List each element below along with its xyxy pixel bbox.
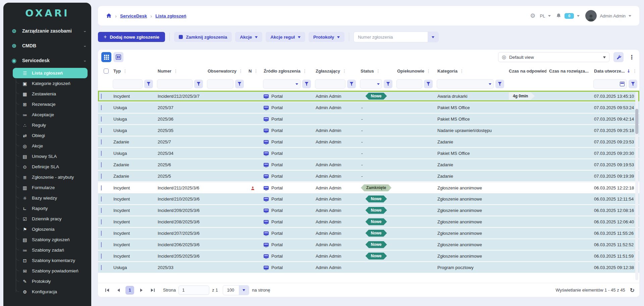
- column-menu-kebab-icon[interactable]: ⋮: [342, 69, 346, 74]
- language-selector[interactable]: PL: [540, 13, 545, 18]
- sidebar-item-definicje-sla[interactable]: ⊙Definicje SLA: [16, 162, 87, 172]
- sidebar-item-regu-y[interactable]: ∴Reguły: [16, 120, 87, 130]
- row-checkbox[interactable]: [101, 208, 102, 213]
- vertical-scrollbar-thumb[interactable]: [635, 109, 638, 134]
- sidebar-item-umowy-sla[interactable]: ▤Umowy SLA: [16, 151, 87, 162]
- ticket-row[interactable]: Zadanie2025/7PortalAdmin Admin-Zadanie07…: [98, 136, 639, 148]
- column-header-zg-aszaj-cy[interactable]: Zgłaszający⋮: [313, 69, 358, 74]
- row-checkbox[interactable]: [101, 219, 102, 224]
- sidebar-item-obiegi[interactable]: ⇄Obiegi: [16, 130, 87, 141]
- breadcrumb-servicedesk[interactable]: ServiceDesk: [120, 13, 147, 18]
- sidebar-item-akceptacje[interactable]: ≔Akceptacje: [16, 110, 87, 120]
- ticket-row[interactable]: IncydentIncident/212/2025/3/7PortalAdmin…: [98, 91, 639, 102]
- protocols-dropdown[interactable]: Protokoły: [309, 32, 344, 42]
- previous-page-button[interactable]: [114, 286, 123, 295]
- row-checkbox[interactable]: [101, 242, 102, 247]
- column-header-czas-na-rozwi-za[interactable]: Czas na rozwiąza...⋮: [546, 69, 591, 74]
- add-ticket-button[interactable]: + Dodaj nowe zgłoszenie: [98, 32, 165, 42]
- ticket-row[interactable]: IncydentIncident/207/2025/3/6PortalAdmin…: [98, 228, 639, 239]
- ticket-row[interactable]: IncydentIncident/205/2025/3/6PortalAdmin…: [98, 251, 639, 262]
- sidebar-item-dziennik-pracy[interactable]: ☑Dziennik pracy: [16, 214, 87, 224]
- column-header-opiekunowie[interactable]: Opiekunowie⋮: [394, 69, 435, 74]
- sidebar-group-servicedesk[interactable]: ◉Servicedesk⌄: [3, 53, 91, 68]
- notifications-bell-icon[interactable]: [556, 13, 561, 19]
- row-checkbox[interactable]: [101, 128, 102, 133]
- filter-input-r-d-o-zg-oszenia[interactable]: [263, 79, 301, 89]
- ticket-row[interactable]: IncydentIncident/209/2025/3/6PortalAdmin…: [98, 205, 639, 216]
- filter-funnel-button-obserwatorzy[interactable]: [235, 80, 244, 88]
- column-header-czas-na-odpowied[interactable]: Czas na odpowiedź⋮: [506, 69, 546, 74]
- filter-funnel-button-opiekunowie[interactable]: [424, 80, 433, 88]
- filter-funnel-button-zg-aszaj-cy[interactable]: [347, 80, 356, 88]
- customize-wrench-button[interactable]: [613, 52, 624, 62]
- filter-input-kategoria[interactable]: [437, 79, 494, 89]
- ticket-row[interactable]: IncydentIncident/206/2025/3/6PortalAdmin…: [98, 239, 639, 251]
- ticket-row[interactable]: Zadanie2025/6PortalAdmin Admin-Zadanie07…: [98, 159, 639, 171]
- home-icon[interactable]: [106, 13, 112, 18]
- column-menu-kebab-icon[interactable]: ⋮: [460, 69, 464, 74]
- ticket-row[interactable]: Usługa2025/35PortalAdmin Admin-Nadanie u…: [98, 125, 639, 136]
- column-menu-kebab-icon[interactable]: ⋮: [123, 69, 127, 74]
- sidebar-item-akcje[interactable]: ◎Akcje: [16, 141, 87, 151]
- current-page-button[interactable]: 1: [125, 286, 134, 295]
- column-menu-kebab-icon[interactable]: ⋮: [303, 69, 307, 74]
- sidebar-item-og-oszenia[interactable]: ⚑Ogłoszenia: [16, 224, 87, 234]
- sidebar-item-formularze[interactable]: ▥Formularze: [16, 182, 87, 193]
- filter-funnel-button-status[interactable]: [384, 80, 392, 88]
- sidebar-item-szablony-powiadomie[interactable]: ✉Szablony powiadomień: [16, 266, 87, 276]
- sidebar-item-szablony-zg-osze[interactable]: ▤Szablony zgłoszeń: [16, 234, 87, 245]
- sidebar-item-szablony-zada[interactable]: ≔Szablony zadań: [16, 245, 87, 255]
- user-name[interactable]: Admin Admin: [600, 13, 626, 18]
- filter-date-input-data-utworze[interactable]: [593, 79, 627, 89]
- sidebar-item-szablony-komentarzy[interactable]: ⊡Szablony komentarzy: [16, 255, 87, 266]
- breadcrumb-ticket-list[interactable]: Lista zgłoszeń: [155, 13, 186, 18]
- filter-funnel-button-r-d-o-zg-oszenia[interactable]: [302, 80, 311, 88]
- ticket-row[interactable]: Usługa2025/37PortalAdmin Admin-Pakiet MS…: [98, 102, 639, 114]
- ticket-number-combobox[interactable]: Numer zgłoszenia: [354, 32, 439, 42]
- first-page-button[interactable]: [103, 286, 111, 295]
- sidebar-item-rezerwacje[interactable]: ⊞Rezerwacje: [16, 99, 87, 110]
- row-checkbox[interactable]: [101, 162, 102, 167]
- column-header-n[interactable]: N⋮: [246, 69, 261, 74]
- filter-input-typ[interactable]: [113, 79, 143, 89]
- row-checkbox[interactable]: [101, 151, 102, 156]
- per-page-select[interactable]: 100: [223, 285, 250, 295]
- column-header-obserwatorzy[interactable]: Obserwatorzy⋮: [205, 69, 246, 74]
- page-number-input[interactable]: 1: [178, 286, 209, 295]
- table-menu-kebab[interactable]: ⋮: [628, 54, 636, 60]
- column-menu-kebab-icon[interactable]: ⋮: [238, 69, 243, 74]
- actions-dropdown[interactable]: Akcje: [235, 32, 262, 42]
- column-menu-kebab-icon[interactable]: ⋮: [254, 69, 258, 74]
- column-header-typ[interactable]: Typ⋮: [111, 69, 155, 74]
- row-checkbox[interactable]: [101, 105, 102, 110]
- last-page-button[interactable]: [148, 286, 157, 295]
- column-menu-kebab-icon[interactable]: ⋮: [633, 69, 637, 74]
- filter-funnel-button-kategoria[interactable]: [495, 80, 504, 88]
- next-page-button[interactable]: [137, 286, 146, 295]
- view-select[interactable]: ◎ Default view: [498, 52, 609, 62]
- filter-funnel-button-typ[interactable]: [144, 80, 153, 88]
- column-header-numer[interactable]: Numer⋮: [155, 69, 205, 74]
- refresh-icon[interactable]: ↻: [630, 287, 635, 294]
- filter-input-opiekunowie[interactable]: [396, 79, 422, 89]
- sidebar-group-cmdb[interactable]: ⊛CMDB⌄: [3, 38, 91, 53]
- select-all-checkbox[interactable]: [104, 69, 109, 74]
- row-checkbox[interactable]: [101, 174, 102, 179]
- column-header-status[interactable]: Status⋮: [358, 69, 394, 74]
- filter-input-numer[interactable]: [157, 79, 193, 89]
- row-checkbox[interactable]: [101, 265, 102, 270]
- row-checkbox[interactable]: [101, 231, 102, 236]
- user-avatar[interactable]: [585, 10, 597, 21]
- column-header-kategoria[interactable]: Kategoria⋮: [435, 69, 506, 74]
- sidebar-item-raporty[interactable]: ∟Raporty: [16, 203, 87, 214]
- ticket-row[interactable]: IncydentIncident/208/2025/3/6PortalAdmin…: [98, 216, 639, 228]
- row-checkbox[interactable]: [101, 139, 102, 144]
- combo-dropdown-button[interactable]: [428, 32, 438, 42]
- sidebar-item-protoko-y[interactable]: ✎Protokoły: [16, 276, 87, 287]
- ticket-row[interactable]: Zadanie2025/5PortalAdmin Admin-Zadanie07…: [98, 171, 639, 182]
- grid-view-toggle[interactable]: [101, 52, 111, 62]
- close-tickets-button[interactable]: Zamknij zgłoszenia: [174, 32, 232, 42]
- sidebar-item-konfiguracja[interactable]: ⚙Konfiguracja: [16, 287, 87, 297]
- row-checkbox[interactable]: [101, 254, 102, 259]
- ticket-row[interactable]: Usługa2025/33PortalAdmin AdminProgram po…: [98, 262, 639, 273]
